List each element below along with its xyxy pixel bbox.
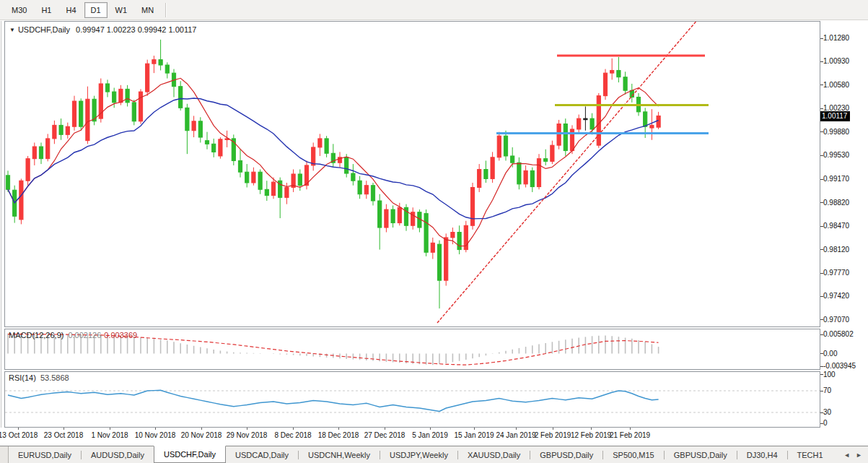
- macd-signal-value: 0.003369: [104, 331, 137, 339]
- price-tick-0.99170: 0.99170: [823, 175, 849, 183]
- chart-tab-bar: EURUSD,DailyAUDUSD,DailyUSDCHF,DailyUSDC…: [0, 446, 868, 463]
- rsi-tick-0: 0: [823, 419, 828, 427]
- timeframe-toolbar: M30H1H4D1W1MN: [0, 0, 868, 20]
- macd-indicator-label: MACD(12,26,9)0.0021260.003369: [9, 331, 137, 339]
- price-tick-0.99880: 0.99880: [823, 128, 849, 136]
- chart-tab-usdchf-2[interactable]: USDCHF,Daily: [154, 446, 226, 463]
- chart-tab-usdcnh-4[interactable]: USDCNH,Weekly: [299, 446, 380, 463]
- date-label: 21 Feb 2019: [610, 431, 650, 439]
- rsi-tick-100: 100: [823, 371, 836, 378]
- date-label: 2 Feb 2019: [535, 431, 571, 439]
- date-label: 20 Nov 2018: [181, 431, 222, 439]
- timeframe-button-w1[interactable]: W1: [109, 2, 134, 18]
- date-tick: [553, 428, 553, 430]
- macd-tick-0.005802: 0.005802: [823, 330, 854, 338]
- price-tick-1.00930: 1.00930: [823, 57, 849, 65]
- chart-tab-gbpusd-7[interactable]: GBPUSD,Daily: [530, 446, 602, 463]
- date-label: 29 Nov 2018: [227, 431, 268, 439]
- price-tick-0.98120: 0.98120: [823, 246, 849, 254]
- date-label: 18 Dec 2018: [318, 431, 359, 439]
- chart-tab-gbpusd-9[interactable]: GBPUSD,Daily: [665, 446, 737, 463]
- current-price-badge: 1.00117: [820, 111, 850, 121]
- chart-tab-tech1-11[interactable]: TECH1: [788, 446, 833, 463]
- trading-terminal: M30H1H4D1W1MN ▼USDCHF,Daily0.99947 1.002…: [0, 0, 868, 463]
- chart-ohlc-values: 0.99947 1.00223 0.99942 1.00117: [76, 25, 196, 34]
- rsi-panel[interactable]: [4, 371, 820, 428]
- price-tick-1.00580: 1.00580: [823, 81, 849, 89]
- timeframe-button-mn[interactable]: MN: [135, 2, 160, 18]
- price-tick-0.98820: 0.98820: [823, 199, 849, 207]
- timeframe-button-m30[interactable]: M30: [5, 2, 33, 18]
- date-label: 12 Feb 2019: [571, 431, 611, 439]
- price-tick-0.98470: 0.98470: [823, 222, 849, 230]
- rsi-indicator-label: RSI(14)53.5868: [9, 373, 69, 382]
- date-label: 10 Nov 2018: [135, 431, 176, 439]
- chart-tab-usdcad-3[interactable]: USDCAD,Daily: [226, 446, 298, 463]
- date-tick: [110, 428, 110, 430]
- price-chart-panel[interactable]: [4, 21, 820, 327]
- date-label: 24 Jan 2019: [496, 431, 535, 439]
- window-edge: [1, 21, 1, 428]
- chart-tab-audusd-1[interactable]: AUDUSD,Daily: [82, 446, 154, 463]
- tab-scroll-buttons: ◄►: [841, 446, 868, 463]
- rsi-name: RSI(14): [9, 373, 36, 382]
- rsi-tick-30: 30: [823, 408, 831, 416]
- chart-tab-eurusd-0[interactable]: EURUSD,Daily: [9, 446, 81, 463]
- price-tick-0.97070: 0.97070: [823, 316, 849, 324]
- timeframe-button-h1[interactable]: H1: [35, 2, 58, 18]
- tab-scroll-left-icon[interactable]: ◄: [841, 450, 853, 460]
- date-label: 13 Oct 2018: [0, 431, 38, 439]
- chart-tab-sp500-8[interactable]: SP500,M15: [603, 446, 663, 463]
- date-label: 23 Oct 2018: [44, 431, 83, 439]
- timeframe-button-h4[interactable]: H4: [59, 2, 82, 18]
- date-tick: [155, 428, 156, 430]
- rsi-value: 53.5868: [40, 373, 69, 382]
- chart-tab-dj30-10[interactable]: DJ30,H4: [737, 446, 787, 463]
- date-label: 27 Dec 2018: [364, 431, 405, 439]
- chart-tab-xauusd-6[interactable]: XAUUSD,Daily: [458, 446, 530, 463]
- macd-tick-0.00: 0.00: [823, 350, 837, 358]
- rsi-tick-70: 70: [823, 386, 831, 394]
- date-tick: [18, 428, 19, 430]
- date-tick: [385, 428, 385, 430]
- macd-name: MACD(12,26,9): [9, 331, 63, 339]
- date-tick: [338, 428, 339, 430]
- date-tick: [247, 428, 247, 430]
- date-tick: [63, 428, 64, 430]
- tab-scroll-right-icon[interactable]: ►: [853, 450, 865, 460]
- date-label: 15 Jan 2019: [454, 431, 494, 439]
- tab-stub: [0, 446, 9, 463]
- symbol-dropdown-icon[interactable]: ▼: [9, 27, 15, 33]
- date-axis: 13 Oct 201823 Oct 20181 Nov 201810 Nov 2…: [0, 428, 868, 446]
- chart-title: ▼USDCHF,Daily0.99947 1.00223 0.99942 1.0…: [9, 25, 196, 34]
- price-tick-0.99530: 0.99530: [823, 151, 849, 159]
- date-label: 5 Jan 2019: [412, 431, 448, 439]
- price-tick-0.97770: 0.97770: [823, 269, 849, 277]
- date-label: 1 Nov 2018: [91, 431, 128, 439]
- chart-symbol: USDCHF,Daily: [18, 25, 70, 34]
- timeframe-button-d1[interactable]: D1: [84, 2, 108, 18]
- macd-main-value: 0.002126: [68, 331, 101, 339]
- date-tick: [591, 428, 592, 430]
- date-tick: [474, 428, 475, 430]
- date-tick: [516, 428, 517, 430]
- price-tick-0.97420: 0.97420: [823, 292, 849, 300]
- price-tick-1.01280: 1.01280: [823, 34, 849, 42]
- date-tick: [430, 428, 431, 430]
- date-label: 8 Dec 2018: [274, 431, 311, 439]
- chart-tab-usdjpy-5[interactable]: USDJPY,Weekly: [380, 446, 457, 463]
- date-tick: [201, 428, 202, 430]
- toolbar-separator: [165, 3, 167, 17]
- date-tick: [293, 428, 294, 430]
- macd-tick--0.003945: -0.003945: [823, 362, 856, 370]
- date-tick: [630, 428, 631, 430]
